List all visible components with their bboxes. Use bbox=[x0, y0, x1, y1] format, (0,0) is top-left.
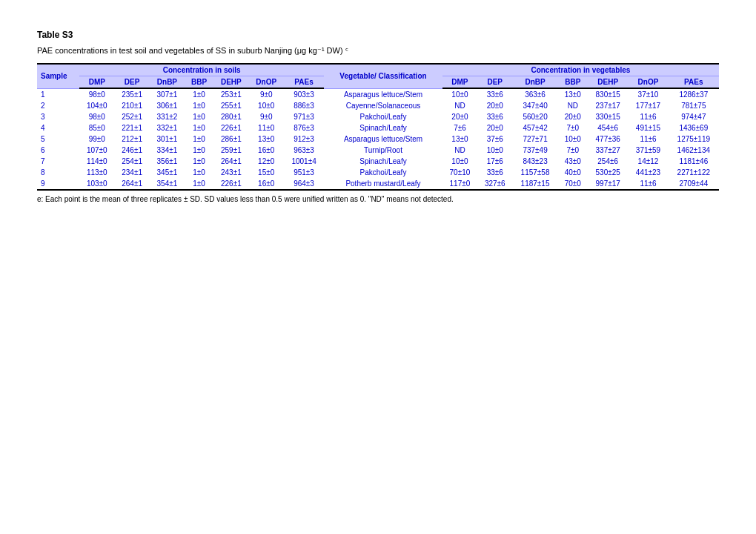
soil-cell: 114±0 bbox=[79, 156, 114, 167]
table-caption: PAE concentrations in test soil and vege… bbox=[37, 46, 719, 56]
veg-data-cell: 530±25 bbox=[588, 167, 628, 178]
veg-dnop: DnOP bbox=[628, 76, 668, 89]
table-row: 398±0252±1331±21±0280±19±0971±3Pakchoi/L… bbox=[37, 111, 719, 122]
veg-data-cell: ND bbox=[442, 145, 477, 156]
veg-class-cell: Spinach/Leafy bbox=[324, 156, 442, 167]
sample-cell: 1 bbox=[37, 88, 79, 100]
soil-cell: 1±0 bbox=[185, 100, 213, 111]
veg-conc-group-header: Concentration in vegetables bbox=[442, 64, 719, 76]
soil-cell: 9±0 bbox=[249, 88, 284, 100]
soil-cell: 264±1 bbox=[114, 178, 149, 190]
soil-cell: 886±3 bbox=[284, 100, 324, 111]
veg-data-cell: 1275±119 bbox=[669, 134, 719, 145]
veg-class-cell: Pakchoi/Leafy bbox=[324, 167, 442, 178]
soil-cell: 16±0 bbox=[249, 145, 284, 156]
soil-cell: 15±0 bbox=[249, 167, 284, 178]
soil-cell: 963±3 bbox=[284, 145, 324, 156]
soil-cell: 1001±4 bbox=[284, 156, 324, 167]
table-row: 7114±0254±1356±11±0264±112±01001±4Spinac… bbox=[37, 156, 719, 167]
veg-dmp: DMP bbox=[442, 76, 477, 89]
veg-data-cell: 20±0 bbox=[477, 100, 512, 111]
table-row: 485±0221±1332±11±0226±111±0876±3Spinach/… bbox=[37, 122, 719, 134]
soil-dehp: DEHP bbox=[213, 76, 248, 89]
veg-data-cell: 11±6 bbox=[628, 111, 668, 122]
veg-data-cell: 43±0 bbox=[558, 156, 588, 167]
veg-class-cell: Potherb mustard/Leafy bbox=[324, 178, 442, 190]
soil-cell: 280±1 bbox=[213, 111, 248, 122]
veg-data-cell: 13±0 bbox=[558, 88, 588, 100]
veg-class-cell: Pakchoi/Leafy bbox=[324, 111, 442, 122]
sample-cell: 8 bbox=[37, 167, 79, 178]
soil-cell: 306±1 bbox=[150, 100, 185, 111]
veg-data-cell: 7±0 bbox=[558, 122, 588, 134]
soil-cell: 286±1 bbox=[213, 134, 248, 145]
soil-cell: 912±3 bbox=[284, 134, 324, 145]
veg-data-cell: 347±40 bbox=[512, 100, 557, 111]
soil-cell: 254±1 bbox=[114, 156, 149, 167]
veg-bbp: BBP bbox=[558, 76, 588, 89]
veg-class-cell: Asparagus lettuce/Stem bbox=[324, 134, 442, 145]
veg-data-cell: 33±6 bbox=[477, 111, 512, 122]
veg-data-cell: 363±6 bbox=[512, 88, 557, 100]
veg-data-cell: 491±15 bbox=[628, 122, 668, 134]
veg-data-cell: 997±17 bbox=[588, 178, 628, 190]
veg-data-cell: 20±0 bbox=[558, 111, 588, 122]
veg-data-cell: 37±10 bbox=[628, 88, 668, 100]
veg-paes: PAEs bbox=[669, 76, 719, 89]
veg-data-cell: 11±6 bbox=[628, 178, 668, 190]
soil-cell: 264±1 bbox=[213, 156, 248, 167]
soil-cell: 226±1 bbox=[213, 178, 248, 190]
soil-cell: 334±1 bbox=[150, 145, 185, 156]
table-row: 6107±0246±1334±11±0259±116±0963±3Turnip/… bbox=[37, 145, 719, 156]
soil-cell: 253±1 bbox=[213, 88, 248, 100]
soil-cell: 243±1 bbox=[213, 167, 248, 178]
veg-class-cell: Turnip/Root bbox=[324, 145, 442, 156]
veg-data-cell: 781±75 bbox=[669, 100, 719, 111]
veg-data-cell: 117±0 bbox=[442, 178, 477, 190]
table-row: 9103±0264±1354±11±0226±116±0964±3Potherb… bbox=[37, 178, 719, 190]
veg-data-cell: 237±17 bbox=[588, 100, 628, 111]
veg-data-cell: 37±6 bbox=[477, 134, 512, 145]
table-row: 8113±0234±1345±11±0243±115±0951±3Pakchoi… bbox=[37, 167, 719, 178]
soil-dmp: DMP bbox=[79, 76, 114, 89]
soil-bbp: BBP bbox=[185, 76, 213, 89]
soil-cell: 1±0 bbox=[185, 178, 213, 190]
veg-data-cell: 2271±122 bbox=[669, 167, 719, 178]
soil-cell: 301±1 bbox=[150, 134, 185, 145]
veg-data-cell: 737±49 bbox=[512, 145, 557, 156]
soil-dnbp: DnBP bbox=[150, 76, 185, 89]
veg-data-cell: 2709±44 bbox=[669, 178, 719, 190]
veg-data-cell: 10±0 bbox=[442, 88, 477, 100]
soil-cell: 259±1 bbox=[213, 145, 248, 156]
veg-data-cell: 70±10 bbox=[442, 167, 477, 178]
veg-data-cell: 371±59 bbox=[628, 145, 668, 156]
veg-data-cell: 14±12 bbox=[628, 156, 668, 167]
veg-data-cell: 330±15 bbox=[588, 111, 628, 122]
veg-data-cell: ND bbox=[442, 100, 477, 111]
veg-data-cell: 457±42 bbox=[512, 122, 557, 134]
soil-cell: 252±1 bbox=[114, 111, 149, 122]
veg-data-cell: 327±6 bbox=[477, 178, 512, 190]
veg-data-cell: 560±20 bbox=[512, 111, 557, 122]
veg-dep: DEP bbox=[477, 76, 512, 89]
veg-data-cell: 10±0 bbox=[442, 156, 477, 167]
soil-cell: 85±0 bbox=[79, 122, 114, 134]
soil-cell: 1±0 bbox=[185, 122, 213, 134]
veg-data-cell: 13±0 bbox=[442, 134, 477, 145]
soil-dnop: DnOP bbox=[249, 76, 284, 89]
sample-cell: 5 bbox=[37, 134, 79, 145]
veg-data-cell: 70±0 bbox=[558, 178, 588, 190]
sample-header: Sample bbox=[37, 64, 79, 88]
soil-cell: 1±0 bbox=[185, 145, 213, 156]
soil-cell: 356±1 bbox=[150, 156, 185, 167]
veg-data-cell: 1286±37 bbox=[669, 88, 719, 100]
veg-data-cell: 20±0 bbox=[442, 111, 477, 122]
veg-class-header: Vegetable/ Classification bbox=[324, 64, 442, 88]
veg-data-cell: 1462±134 bbox=[669, 145, 719, 156]
soil-cell: 13±0 bbox=[249, 134, 284, 145]
sample-cell: 2 bbox=[37, 100, 79, 111]
veg-data-cell: 254±6 bbox=[588, 156, 628, 167]
soil-cell: 98±0 bbox=[79, 111, 114, 122]
veg-data-cell: 40±0 bbox=[558, 167, 588, 178]
soil-cell: 331±2 bbox=[150, 111, 185, 122]
